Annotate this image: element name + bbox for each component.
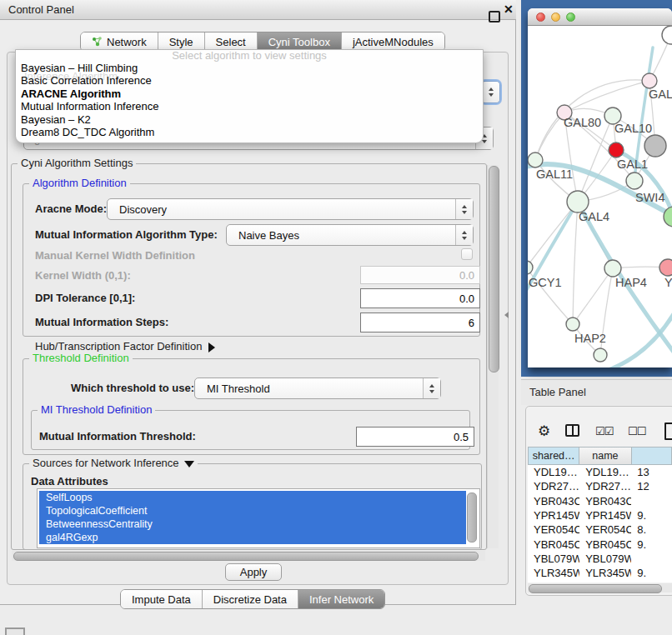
- table-cell[interactable]: YLR345W: [528, 567, 579, 579]
- column-header[interactable]: name: [579, 447, 631, 465]
- mi-threshold-input[interactable]: 0.5: [356, 427, 474, 447]
- table-cell[interactable]: YBR043C: [579, 495, 631, 508]
- select-all-icon[interactable]: ☑☑: [595, 425, 613, 438]
- table-cell[interactable]: YER054C: [528, 523, 579, 536]
- control-panel-titlebar[interactable]: Control Panel ✕: [0, 0, 516, 20]
- tab-impute-data[interactable]: Impute Data: [121, 590, 203, 608]
- minimized-panel-icon[interactable]: [5, 628, 25, 635]
- tab-infer-network[interactable]: Infer Network: [298, 590, 384, 608]
- table-cell[interactable]: YBL079W: [528, 552, 579, 565]
- algorithm-option[interactable]: ARACNE Algorithm: [16, 88, 483, 100]
- network-node-gal7[interactable]: [642, 73, 657, 88]
- network-node[interactable]: [594, 348, 607, 362]
- table-cell[interactable]: YIL052C: [528, 582, 579, 582]
- attribute-list-item[interactable]: gal4RGexp: [39, 531, 466, 544]
- splitter-handle-icon[interactable]: [504, 312, 509, 318]
- tab-jactivemnodules[interactable]: jActiveMNodules: [342, 32, 444, 51]
- which-threshold-combo[interactable]: MI Threshold: [194, 378, 441, 399]
- combo-spinner-icon[interactable]: [455, 225, 473, 245]
- table-row[interactable]: YPR145WYPR145W9.: [528, 508, 672, 522]
- algorithm-option[interactable]: Dream8 DC_TDC Algorithm: [16, 126, 483, 138]
- table-row[interactable]: YDR27…YDR27…12: [528, 479, 672, 493]
- columns-icon[interactable]: [565, 424, 579, 437]
- float-window-icon[interactable]: [489, 11, 500, 22]
- algorithm-option[interactable]: Bayesian – Hill Climbing: [16, 62, 483, 74]
- network-node-y[interactable]: [659, 259, 672, 276]
- data-attributes-list[interactable]: SelfLoopsTopologicalCoefficientBetweenne…: [37, 488, 480, 548]
- tab-style[interactable]: Style: [158, 32, 205, 51]
- kernel-width-input[interactable]: 0.0: [360, 266, 480, 284]
- network-node-hap2[interactable]: [566, 318, 579, 331]
- tab-select[interactable]: Select: [205, 32, 258, 51]
- table-cell[interactable]: YIL052C: [579, 582, 631, 582]
- table-row[interactable]: YBR045CYBR045C9.: [528, 537, 672, 551]
- expand-right-icon[interactable]: [208, 342, 215, 352]
- table-cell[interactable]: YDR27…: [528, 480, 579, 492]
- network-canvas[interactable]: GAL7GAL80GAL10GAL1GAL11SWI4GAL4GCY1HAP4Y…: [528, 26, 672, 368]
- table-row[interactable]: YLR345WYLR345W9.: [528, 566, 672, 580]
- table-cell[interactable]: YBR043C: [528, 495, 579, 508]
- table-cell[interactable]: YER054C: [579, 523, 631, 536]
- table-cell[interactable]: YLR345W: [579, 567, 631, 579]
- network-edge[interactable]: [573, 268, 613, 324]
- tab-discretize-data[interactable]: Discretize Data: [203, 590, 298, 608]
- close-window-icon[interactable]: ✕: [504, 2, 514, 16]
- table-cell[interactable]: 8.: [631, 523, 672, 536]
- column-header[interactable]: shared…: [528, 447, 579, 465]
- dpi-tolerance-input[interactable]: 0.0: [360, 288, 480, 308]
- gear-icon[interactable]: ⚙: [538, 422, 550, 439]
- zoom-traffic-light-icon[interactable]: [566, 12, 575, 22]
- apply-button[interactable]: Apply: [225, 563, 282, 581]
- algorithm-option[interactable]: Basic Correlation Inference: [16, 74, 483, 87]
- table-row[interactable]: YDL19…YDL19…13: [528, 465, 672, 479]
- list-scrollbar-thumb[interactable]: [467, 492, 477, 542]
- table-cell[interactable]: 9.: [631, 538, 672, 551]
- network-edge[interactable]: [573, 202, 578, 324]
- combo-spinner-icon[interactable]: [423, 378, 440, 398]
- table-cell[interactable]: YBL079W: [579, 552, 631, 565]
- settings-vertical-scrollbar[interactable]: [487, 165, 499, 548]
- network-node[interactable]: [662, 26, 672, 44]
- table-hscroll-thumb[interactable]: [529, 584, 662, 593]
- attribute-list-item[interactable]: TopologicalCoefficient: [39, 504, 466, 518]
- settings-vscroll-thumb[interactable]: [489, 166, 499, 372]
- table-cell[interactable]: 13: [631, 466, 672, 478]
- table-cell[interactable]: 9.: [631, 509, 672, 522]
- network-node-gal1[interactable]: [609, 142, 624, 158]
- network-node-gcy1[interactable]: [528, 261, 533, 274]
- table-cell[interactable]: 9: [631, 582, 672, 582]
- mi-steps-input[interactable]: 6: [360, 312, 480, 332]
- tab-network[interactable]: Network: [81, 32, 158, 51]
- table-cell[interactable]: YPR145W: [579, 509, 631, 522]
- aracne-mode-combo[interactable]: Discovery: [107, 198, 474, 220]
- settings-horizontal-scrollbar[interactable]: [12, 551, 485, 561]
- attribute-list-item[interactable]: SelfLoops: [39, 491, 466, 504]
- hub-definition-toggle[interactable]: Hub/Transcription Factor Definition: [35, 340, 215, 352]
- network-node-swi4[interactable]: [626, 172, 643, 189]
- combo-spinner-icon[interactable]: [482, 82, 499, 102]
- table-cell[interactable]: YPR145W: [528, 509, 579, 522]
- table-row[interactable]: YIL052CYIL052C9: [528, 580, 672, 582]
- network-node-hap4[interactable]: [604, 260, 621, 277]
- table-cell[interactable]: YDR27…: [579, 480, 631, 492]
- algorithm-option[interactable]: Mutual Information Inference: [16, 100, 483, 112]
- table-row[interactable]: YBL079WYBL079W: [528, 552, 672, 566]
- table-row[interactable]: YER054CYER054C8.: [528, 522, 672, 537]
- column-header[interactable]: [632, 447, 672, 465]
- tab-cyni-toolbox[interactable]: Cyni Toolbox: [258, 32, 342, 51]
- mi-type-combo[interactable]: Naive Bayes: [226, 224, 474, 246]
- table-horizontal-scrollbar[interactable]: [528, 583, 672, 592]
- table-cell[interactable]: 12: [631, 480, 672, 492]
- file-icon[interactable]: [664, 422, 672, 440]
- table-cell[interactable]: YDL19…: [579, 466, 631, 478]
- network-edge[interactable]: [535, 112, 564, 160]
- network-window-titlebar[interactable]: [528, 8, 672, 26]
- attribute-list-item[interactable]: BetweennessCentrality: [39, 518, 466, 531]
- minimize-traffic-light-icon[interactable]: [551, 12, 560, 22]
- table-cell[interactable]: 9.: [631, 567, 672, 579]
- collapse-down-icon[interactable]: [184, 461, 194, 468]
- table-cell[interactable]: YBR045C: [528, 538, 579, 551]
- network-node-gal11[interactable]: [528, 152, 543, 168]
- settings-hscroll-thumb[interactable]: [13, 552, 479, 561]
- manual-kernel-checkbox[interactable]: [461, 248, 473, 260]
